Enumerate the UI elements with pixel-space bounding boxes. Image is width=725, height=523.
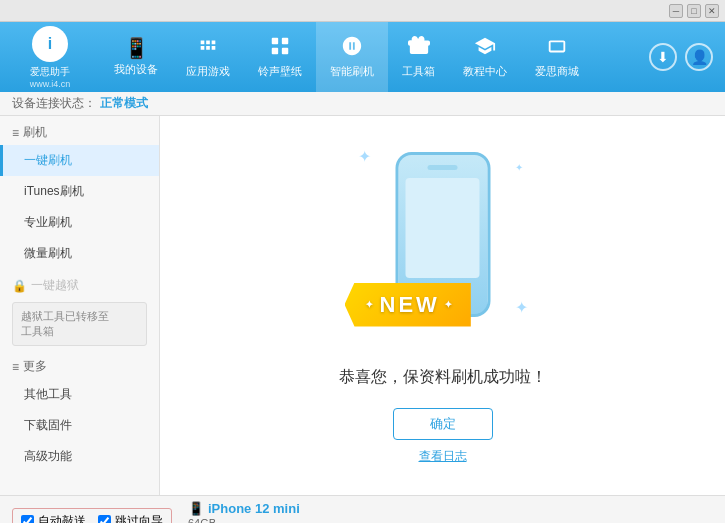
tutorials-icon (474, 35, 496, 60)
sidebar: ≡ 刷机 一键刷机 iTunes刷机 专业刷机 微量刷机 🔒 一键越狱 越狱工具… (0, 116, 160, 495)
logo-text: 爱思助手 www.i4.cn (30, 65, 71, 89)
svg-rect-1 (282, 38, 288, 44)
section-icon: ≡ (12, 126, 19, 140)
phone-speaker (428, 165, 458, 170)
nav-tutorials-label: 教程中心 (463, 64, 507, 79)
nav-right: ⬇ 👤 (645, 22, 725, 92)
logo-area: i 爱思助手 www.i4.cn (0, 22, 100, 92)
device-capacity: 64GB (188, 517, 300, 523)
confirm-button[interactable]: 确定 (393, 408, 493, 440)
skip-wizard-checkbox[interactable]: 跳过向导 (98, 513, 163, 523)
device-icon: 📱 (188, 501, 204, 516)
new-badge-container: ✦ NEW ✦ (345, 283, 471, 327)
sidebar-item-advanced[interactable]: 高级功能 (0, 441, 159, 472)
sidebar-section-jailbreak: 🔒 一键越狱 (0, 269, 159, 298)
skip-wizard-input[interactable] (98, 515, 111, 523)
nav-aisi-store[interactable]: 爱思商城 (521, 22, 593, 92)
sidebar-section-flash: ≡ 刷机 (0, 116, 159, 145)
status-bar: 设备连接状态： 正常模式 (0, 92, 725, 116)
nav-toolbox-label: 工具箱 (402, 64, 435, 79)
main-area: ≡ 刷机 一键刷机 iTunes刷机 专业刷机 微量刷机 🔒 一键越狱 越狱工具… (0, 116, 725, 495)
sidebar-item-itunes-flash[interactable]: iTunes刷机 (0, 176, 159, 207)
nav-apps-games[interactable]: 应用游戏 (172, 22, 244, 92)
phone-illustration: ✦ ✦ ✦ ✦ NEW ✦ (353, 147, 533, 347)
sidebar-item-one-click-flash[interactable]: 一键刷机 (0, 145, 159, 176)
section-title-jailbreak: 一键越狱 (31, 277, 79, 294)
user-button[interactable]: 👤 (685, 43, 713, 71)
nav-smart-flash[interactable]: 智能刷机 (316, 22, 388, 92)
phone-container: ✦ ✦ ✦ ✦ NEW ✦ 恭喜您，保资料刷机 (339, 147, 547, 465)
lock-icon: 🔒 (12, 279, 27, 293)
device-name: 📱 iPhone 12 mini (188, 501, 300, 516)
status-label: 设备连接状态： (12, 95, 96, 112)
svg-rect-3 (282, 48, 288, 54)
sparkle-1: ✦ (358, 147, 371, 166)
status-value: 正常模式 (100, 95, 148, 112)
bottom-area: 自动敲送 跳过向导 📱 iPhone 12 mini 64GB Down-12m… (0, 495, 725, 523)
svg-rect-2 (272, 48, 278, 54)
nav-ringtones-label: 铃声壁纸 (258, 64, 302, 79)
aisi-store-icon (546, 35, 568, 60)
nav-ringtones[interactable]: 铃声壁纸 (244, 22, 316, 92)
jailbreak-notice: 越狱工具已转移至 工具箱 (12, 302, 147, 346)
new-badge: ✦ NEW ✦ (345, 283, 471, 327)
title-bar: ─ □ ✕ (0, 0, 725, 22)
more-icon: ≡ (12, 360, 19, 374)
my-device-icon: 📱 (124, 38, 149, 58)
auto-launch-checkbox[interactable]: 自动敲送 (21, 513, 86, 523)
auto-launch-label: 自动敲送 (38, 513, 86, 523)
nav-apps-label: 应用游戏 (186, 64, 230, 79)
nav-items: 📱 我的设备 应用游戏 铃声壁纸 智能刷机 工具箱 (100, 22, 645, 92)
device-info: 📱 iPhone 12 mini 64GB Down-12mini-13,1 (188, 501, 300, 523)
nav-my-device-label: 我的设备 (114, 62, 158, 77)
sidebar-section-more: ≡ 更多 (0, 350, 159, 379)
nav-toolbox[interactable]: 工具箱 (388, 22, 449, 92)
sidebar-item-other-tools[interactable]: 其他工具 (0, 379, 159, 410)
content-area: ✦ ✦ ✦ ✦ NEW ✦ 恭喜您，保资料刷机 (160, 116, 725, 495)
toolbox-icon (408, 35, 430, 60)
smart-flash-icon (341, 35, 363, 60)
section-title: 刷机 (23, 124, 47, 141)
sparkle-2: ✦ (515, 162, 523, 173)
bottom-checkboxes: 自动敲送 跳过向导 (12, 508, 172, 523)
maximize-button[interactable]: □ (687, 4, 701, 18)
ringtones-icon (269, 35, 291, 60)
minimize-button[interactable]: ─ (669, 4, 683, 18)
sidebar-item-micro-flash[interactable]: 微量刷机 (0, 238, 159, 269)
success-text: 恭喜您，保资料刷机成功啦！ (339, 367, 547, 388)
header: i 爱思助手 www.i4.cn 📱 我的设备 应用游戏 铃声壁纸 智能 (0, 22, 725, 92)
phone-screen (406, 178, 480, 278)
svg-rect-0 (272, 38, 278, 44)
nav-tutorials[interactable]: 教程中心 (449, 22, 521, 92)
nav-smart-flash-label: 智能刷机 (330, 64, 374, 79)
skip-wizard-label: 跳过向导 (115, 513, 163, 523)
close-button[interactable]: ✕ (705, 4, 719, 18)
download-button[interactable]: ⬇ (649, 43, 677, 71)
logo-icon: i (32, 26, 68, 62)
apps-games-icon (197, 35, 219, 60)
nav-my-device[interactable]: 📱 我的设备 (100, 22, 172, 92)
section-title-more: 更多 (23, 358, 47, 375)
view-log-link[interactable]: 查看日志 (419, 448, 467, 465)
nav-aisi-store-label: 爱思商城 (535, 64, 579, 79)
sparkle-3: ✦ (515, 298, 528, 317)
auto-launch-input[interactable] (21, 515, 34, 523)
sidebar-item-download-firmware[interactable]: 下载固件 (0, 410, 159, 441)
sidebar-item-pro-flash[interactable]: 专业刷机 (0, 207, 159, 238)
